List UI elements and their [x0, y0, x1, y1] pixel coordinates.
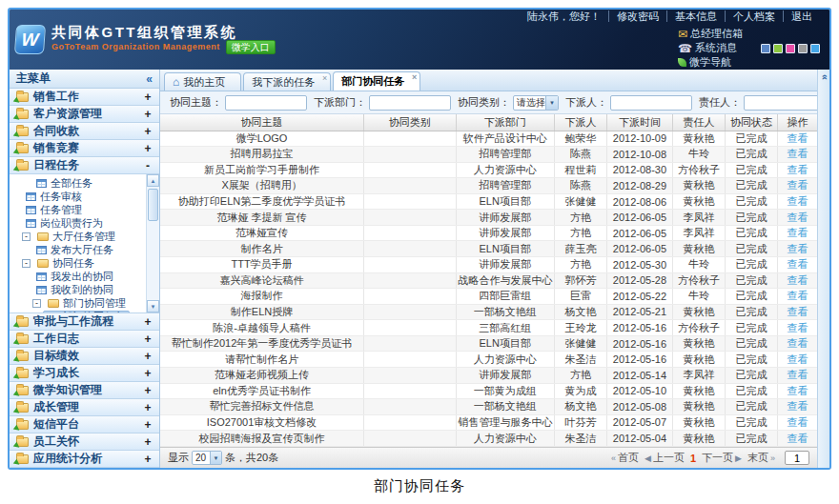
view-link[interactable]: 查看	[788, 258, 808, 270]
sidebar-group-item[interactable]: 审批与工作流程+	[10, 313, 159, 331]
sidebar-group-item[interactable]: 成长管理+	[10, 399, 159, 416]
quick-link[interactable]: ✉总经理信箱	[678, 27, 743, 41]
sidebar-group-item[interactable]: 微学知识管理+	[10, 382, 159, 399]
expand-icon[interactable]: +	[143, 384, 153, 397]
sidebar-tree-item[interactable]: -协同任务	[11, 256, 146, 270]
header-link[interactable]: 基本信息	[666, 10, 725, 22]
view-link[interactable]: 查看	[788, 369, 808, 380]
theme-swatch[interactable]	[798, 44, 808, 53]
tree-item[interactable]: 部门协同任务	[43, 311, 130, 313]
sidebar-tree-item[interactable]: 我收到的协同	[11, 283, 146, 296]
view-link[interactable]: 查看	[788, 290, 808, 301]
view-link[interactable]: 查看	[788, 164, 808, 175]
expand-icon[interactable]: +	[143, 367, 153, 380]
filter-select[interactable]: 请选择▼	[513, 95, 559, 111]
quick-link[interactable]: 微学导航	[678, 55, 743, 70]
filter-input[interactable]	[369, 95, 451, 111]
prev-page-button[interactable]: ◀ 上一页	[645, 451, 685, 465]
filter-input[interactable]	[744, 95, 826, 111]
sidebar-group-item[interactable]: 合同收款+	[10, 123, 159, 140]
sidebar-group-item[interactable]: 销售竞赛+	[10, 140, 159, 157]
next-page-button[interactable]: 下一页 ▶	[702, 451, 742, 465]
expand-icon[interactable]: +	[143, 333, 153, 346]
quick-link[interactable]: ☎系统消息	[678, 41, 743, 55]
tree-item[interactable]: 发布大厅任务	[32, 244, 117, 256]
sidebar-tree-item[interactable]: -部门协同管理	[11, 296, 146, 310]
sidebar-tree-item[interactable]: 岗位职责行为	[11, 216, 146, 230]
view-link[interactable]: 查看	[788, 433, 808, 444]
expand-icon[interactable]: +	[143, 350, 153, 363]
weixue-entry-button[interactable]: 微学入口	[226, 40, 276, 54]
view-link[interactable]: 查看	[788, 195, 808, 207]
tree-item[interactable]: 我收到的协同	[32, 284, 117, 296]
expand-icon[interactable]: +	[143, 125, 153, 138]
theme-swatch[interactable]	[810, 44, 820, 53]
view-link[interactable]: 查看	[788, 227, 808, 238]
close-icon[interactable]: ×	[322, 73, 327, 83]
expand-icon[interactable]: +	[143, 453, 153, 466]
sidebar-group-item[interactable]: 日程任务-	[10, 157, 159, 174]
view-link[interactable]: 查看	[788, 132, 808, 144]
expand-icon[interactable]: +	[143, 435, 153, 449]
view-link[interactable]: 查看	[788, 353, 808, 365]
sidebar-group-item[interactable]: 学习成长+	[10, 365, 159, 382]
sidebar-collapse-icon[interactable]: «	[146, 72, 153, 86]
sidebar-tree-item[interactable]: 部门协同任务	[11, 310, 146, 312]
first-page-button[interactable]: « 首页	[611, 451, 639, 465]
sidebar-group-item[interactable]: 目标绩效+	[10, 348, 159, 365]
expand-icon[interactable]: +	[143, 91, 153, 104]
tree-item[interactable]: 任务管理	[22, 204, 86, 216]
tree-item[interactable]: 岗位职责行为	[22, 217, 107, 230]
sidebar-tree-item[interactable]: -大厅任务管理	[11, 230, 146, 243]
tree-collapse-icon[interactable]: -	[22, 259, 31, 268]
tree-item[interactable]: 全部任务	[32, 177, 96, 190]
expand-icon[interactable]: +	[143, 401, 153, 414]
view-link[interactable]: 查看	[788, 243, 808, 254]
main-scrollbar[interactable]: »	[817, 70, 829, 468]
sidebar-group-item[interactable]: 短信平台+	[10, 416, 159, 433]
view-link[interactable]: 查看	[788, 274, 808, 286]
collapse-icon[interactable]: -	[143, 159, 153, 172]
tree-scrollbar[interactable]: ▲ ▼	[146, 174, 159, 312]
scroll-up-icon[interactable]: ▲	[147, 174, 159, 187]
close-icon[interactable]: ×	[412, 72, 417, 82]
sidebar-group-item[interactable]: 客户资源管理+	[10, 106, 159, 123]
expand-icon[interactable]: +	[143, 315, 153, 329]
view-link[interactable]: 查看	[788, 337, 808, 349]
view-link[interactable]: 查看	[788, 400, 808, 412]
tab-item[interactable]: ⌂我的主页	[164, 72, 241, 91]
theme-swatch[interactable]	[773, 44, 783, 53]
filter-input[interactable]	[610, 95, 692, 111]
header-link[interactable]: 个人档案	[725, 10, 783, 22]
page-number-input[interactable]	[785, 451, 809, 465]
header-link[interactable]: 修改密码	[608, 10, 666, 22]
tab-item[interactable]: 我下派的任务×	[243, 72, 331, 91]
expand-icon[interactable]: +	[143, 418, 153, 432]
scroll-thumb[interactable]	[148, 189, 158, 221]
scroll-down-icon[interactable]: ▼	[147, 300, 159, 312]
filter-input[interactable]	[225, 95, 307, 111]
expand-icon[interactable]: +	[143, 142, 153, 155]
view-link[interactable]: 查看	[788, 148, 808, 159]
tree-item[interactable]: 大厅任务管理	[33, 231, 119, 243]
tree-item[interactable]: 任务审核	[22, 191, 86, 203]
sidebar-group-item[interactable]: 工作日志+	[10, 331, 159, 348]
tree-item[interactable]: 我发出的协同	[32, 271, 117, 283]
tree-item[interactable]: 协同任务	[33, 257, 98, 270]
theme-swatch[interactable]	[786, 44, 795, 53]
sidebar-tree-item[interactable]: 全部任务	[11, 176, 146, 190]
page-size-select[interactable]: 20 ▼	[192, 451, 222, 465]
view-link[interactable]: 查看	[788, 179, 808, 191]
view-link[interactable]: 查看	[788, 322, 808, 333]
tree-item[interactable]: 部门协同管理	[44, 297, 130, 310]
tree-collapse-icon[interactable]: -	[22, 232, 31, 241]
expand-icon[interactable]: +	[143, 108, 153, 121]
sidebar-group-item[interactable]: 员工关怀+	[10, 433, 159, 451]
tab-active[interactable]: 部门协同任务×	[333, 71, 420, 91]
sidebar-tree-item[interactable]: 我发出的协同	[11, 270, 146, 283]
collapse-panel-icon[interactable]: »	[819, 74, 829, 80]
sidebar-group-item[interactable]: 应用统计分析+	[10, 451, 159, 468]
last-page-button[interactable]: 末页 »	[747, 451, 775, 465]
header-link[interactable]: 退出	[783, 10, 820, 22]
sidebar-tree-item[interactable]: 发布大厅任务	[11, 243, 146, 256]
